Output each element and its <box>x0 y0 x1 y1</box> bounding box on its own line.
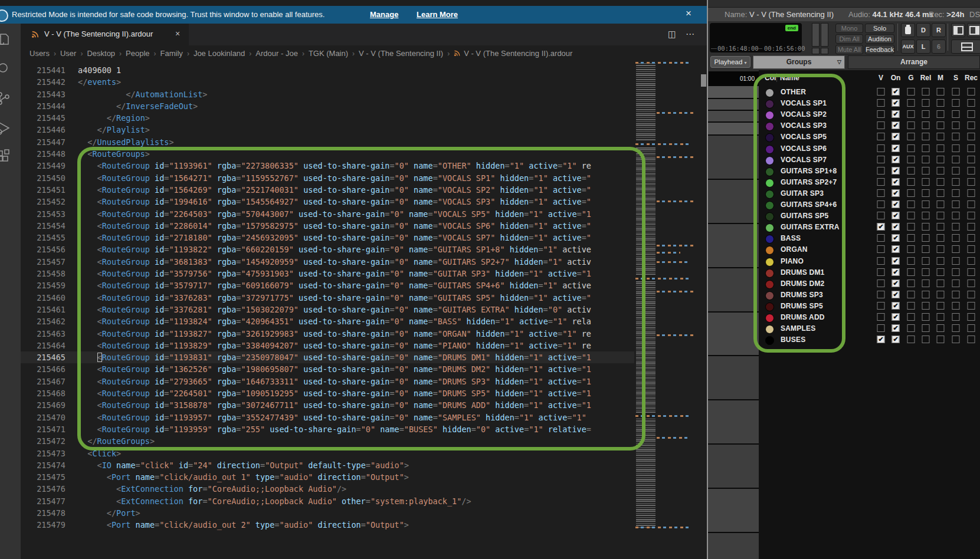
feedback-button[interactable]: Feedback <box>865 45 894 54</box>
tab-close-icon[interactable]: × <box>175 29 180 38</box>
group-checkbox-rec[interactable] <box>968 313 975 321</box>
code-line[interactable]: 215474 <IO name="click" id="24" directio… <box>21 459 634 471</box>
group-checkbox-on[interactable]: ✔ <box>892 245 900 253</box>
group-checkbox-s[interactable] <box>952 133 960 140</box>
group-checkbox-v[interactable] <box>877 144 885 152</box>
code-line[interactable]: 215476 <ExtConnection for="CoreAudio;;Lo… <box>21 483 634 495</box>
code-line[interactable]: 215441a409600 1 <box>21 64 634 76</box>
group-checkbox-g[interactable] <box>907 178 915 186</box>
audition-button[interactable]: Audition <box>865 34 894 44</box>
group-checkbox-v[interactable] <box>877 99 885 107</box>
pane-left-button[interactable] <box>951 23 965 37</box>
d-button[interactable]: D <box>916 23 930 37</box>
group-checkbox-rec[interactable] <box>968 302 975 310</box>
group-checkbox-m[interactable] <box>937 178 945 186</box>
group-checkbox-rel[interactable] <box>922 133 930 140</box>
group-checkbox-s[interactable] <box>952 336 960 343</box>
group-checkbox-s[interactable] <box>952 245 960 253</box>
group-checkbox-g[interactable] <box>907 189 915 197</box>
group-checkbox-v[interactable] <box>877 121 885 129</box>
group-checkbox-rec[interactable] <box>968 178 975 186</box>
group-checkbox-rec[interactable] <box>968 324 975 332</box>
group-checkbox-rel[interactable] <box>922 156 930 163</box>
pane-right-button[interactable] <box>967 23 980 37</box>
breadcrumb-item[interactable]: People <box>126 49 149 58</box>
group-checkbox-s[interactable] <box>952 234 960 242</box>
group-checkbox-rel[interactable] <box>922 189 930 197</box>
group-checkbox-m[interactable] <box>937 110 945 118</box>
group-checkbox-rel[interactable] <box>922 324 930 332</box>
group-checkbox-on[interactable]: ✔ <box>892 167 900 175</box>
group-checkbox-on[interactable]: ✔ <box>892 121 900 129</box>
run-debug-icon[interactable] <box>0 119 12 137</box>
group-checkbox-v[interactable] <box>877 234 885 242</box>
group-checkbox-s[interactable] <box>952 156 960 163</box>
group-checkbox-rec[interactable] <box>968 167 975 175</box>
group-checkbox-on[interactable]: ✔ <box>892 156 900 163</box>
group-checkbox-m[interactable] <box>937 99 945 107</box>
group-checkbox-v[interactable] <box>877 178 885 186</box>
group-checkbox-g[interactable] <box>907 121 915 129</box>
group-checkbox-g[interactable] <box>907 156 915 163</box>
group-checkbox-g[interactable] <box>907 144 915 152</box>
group-checkbox-on[interactable]: ✔ <box>892 280 900 287</box>
breadcrumb-item[interactable]: V - V (The Sentencing II) <box>359 49 443 58</box>
group-checkbox-v[interactable]: ✔ <box>877 336 885 343</box>
group-checkbox-rec[interactable] <box>968 189 975 197</box>
mono-button[interactable]: Mono <box>835 24 863 33</box>
group-checkbox-rel[interactable] <box>922 234 930 242</box>
group-checkbox-rec[interactable] <box>968 99 975 107</box>
source-control-icon[interactable] <box>0 90 12 107</box>
mute-all-button[interactable]: Mute All <box>835 45 863 54</box>
group-checkbox-s[interactable] <box>952 313 960 321</box>
group-checkbox-s[interactable] <box>952 178 960 186</box>
playhead-dropdown[interactable]: Playhead ▾ <box>710 56 750 68</box>
group-checkbox-rel[interactable] <box>922 313 930 321</box>
arrange-header[interactable]: Arrange <box>848 55 980 69</box>
timecode-display[interactable]: end 00:16:48:00 00:16:56:00 <box>710 23 802 52</box>
group-checkbox-s[interactable] <box>952 257 960 265</box>
group-checkbox-v[interactable] <box>877 212 885 219</box>
solo-button[interactable]: Solo <box>865 24 894 33</box>
group-checkbox-rec[interactable] <box>968 200 975 208</box>
track-row[interactable] <box>708 313 759 355</box>
group-checkbox-s[interactable] <box>952 324 960 332</box>
group-checkbox-rel[interactable] <box>922 223 930 231</box>
group-checkbox-rel[interactable] <box>922 121 930 129</box>
group-checkbox-s[interactable] <box>952 88 960 96</box>
group-checkbox-v[interactable] <box>877 313 885 321</box>
code-line[interactable]: 215443 </AutomationList> <box>21 88 634 100</box>
extensions-icon[interactable] <box>0 149 12 166</box>
groups-dropdown[interactable]: Groups▽ <box>753 55 845 69</box>
group-checkbox-rec[interactable] <box>968 88 975 96</box>
track-row[interactable] <box>708 445 759 488</box>
group-checkbox-m[interactable] <box>937 268 945 276</box>
group-checkbox-rel[interactable] <box>922 212 930 219</box>
6-button[interactable]: 6 <box>932 40 946 54</box>
timeline-ruler[interactable]: 01:00 <box>708 71 759 86</box>
learn-more-link[interactable]: Learn More <box>417 10 458 19</box>
code-line[interactable]: 215442</events> <box>21 76 634 88</box>
group-checkbox-on[interactable]: ✔ <box>892 313 900 321</box>
breadcrumb-item[interactable]: Joe Lookinland <box>194 49 245 58</box>
group-checkbox-g[interactable] <box>907 336 915 343</box>
track-row[interactable] <box>708 99 759 110</box>
group-checkbox-s[interactable] <box>952 302 960 310</box>
group-checkbox-g[interactable] <box>907 302 915 310</box>
code-line[interactable]: 215446 </Playlist> <box>21 124 634 136</box>
group-checkbox-m[interactable] <box>937 302 945 310</box>
track-row[interactable] <box>708 356 759 399</box>
group-checkbox-v[interactable] <box>877 200 885 208</box>
group-checkbox-rel[interactable] <box>922 268 930 276</box>
group-checkbox-m[interactable] <box>937 200 945 208</box>
group-checkbox-on[interactable]: ✔ <box>892 99 900 107</box>
group-checkbox-on[interactable]: ✔ <box>892 133 900 140</box>
group-checkbox-g[interactable] <box>907 280 915 287</box>
group-checkbox-s[interactable] <box>952 110 960 118</box>
group-checkbox-m[interactable] <box>937 313 945 321</box>
group-checkbox-v[interactable] <box>877 245 885 253</box>
group-checkbox-v[interactable] <box>877 189 885 197</box>
code-line[interactable]: 215479 <Port name="click/audio_out 2" ty… <box>21 519 634 531</box>
group-checkbox-m[interactable] <box>937 167 945 175</box>
group-checkbox-g[interactable] <box>907 291 915 298</box>
